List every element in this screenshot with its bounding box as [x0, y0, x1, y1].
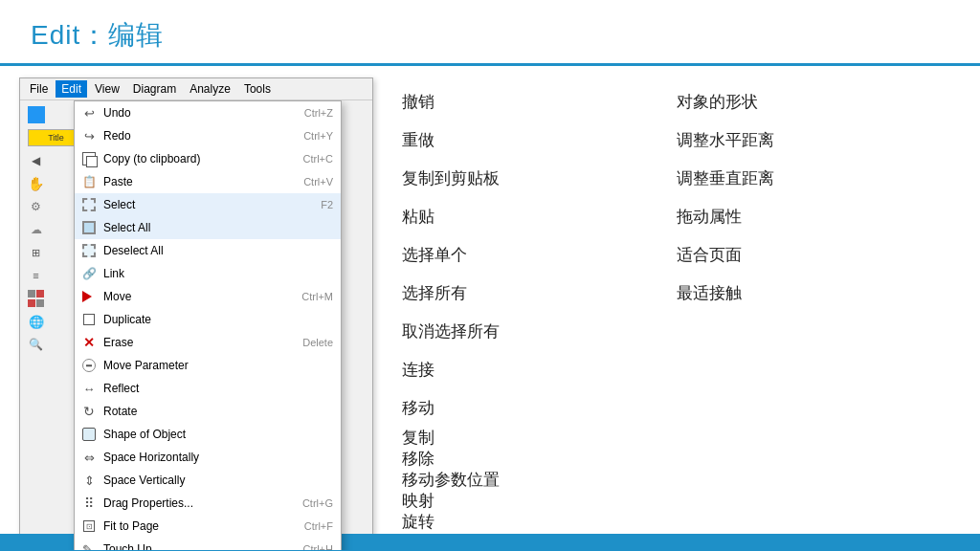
menu-undo[interactable]: Undo Ctrl+Z: [75, 101, 341, 124]
exp-rotate: 旋转: [402, 512, 677, 533]
main-content: File Edit View Diagram Analyze Tools Ti: [0, 66, 980, 533]
page-title: Edit：编辑: [31, 17, 949, 54]
menu-move[interactable]: Move Ctrl+M: [75, 285, 341, 308]
menu-redo[interactable]: Redo Ctrl+Y: [75, 124, 341, 147]
exp-spacehoriz: 调整水平距离: [677, 130, 951, 151]
exp-selectall: 选择所有: [402, 283, 677, 304]
link-icon: [80, 265, 98, 282]
menu-rotate[interactable]: Rotate: [75, 400, 341, 423]
exp-dragprops: 拖动属性: [677, 207, 951, 228]
reflect-icon: [80, 380, 98, 397]
erase-icon: [80, 334, 98, 351]
menu-deselectall[interactable]: Deselect All: [75, 239, 341, 262]
fitpage-icon: ⊡: [80, 518, 98, 535]
menu-paste[interactable]: Paste Ctrl+V: [75, 170, 341, 193]
exp-shapeobj: 对象的形状: [677, 92, 951, 113]
select-icon: [80, 196, 98, 213]
exp-move: 移动: [402, 398, 677, 419]
menu-copy[interactable]: Copy (to clipboard) Ctrl+C: [75, 147, 341, 170]
touchup-icon: [80, 540, 98, 550]
menu-analyze[interactable]: Analyze: [184, 80, 236, 98]
menu-spacevert[interactable]: Space Vertically: [75, 469, 341, 492]
menu-dragprops[interactable]: Drag Properties... Ctrl+G: [75, 492, 341, 515]
menu-view[interactable]: View: [89, 80, 125, 98]
left-panel: File Edit View Diagram Analyze Tools Ti: [0, 66, 373, 533]
exp-fitpage: 适合页面: [677, 245, 951, 266]
paste-icon: [80, 173, 98, 190]
spacehoriz-icon: [80, 449, 98, 466]
shapeobj-icon: [80, 426, 98, 443]
exp-copy: 复制到剪贴板: [402, 168, 677, 189]
menu-reflect[interactable]: Reflect: [75, 377, 341, 400]
menu-fitpage[interactable]: ⊡ Fit to Page Ctrl+F: [75, 515, 341, 538]
menu-shapeobj[interactable]: Shape of Object: [75, 423, 341, 446]
exp-link: 连接: [402, 360, 677, 381]
menu-touchup[interactable]: Touch Up Ctrl+H: [75, 538, 341, 550]
menu-duplicate[interactable]: Duplicate: [75, 308, 341, 331]
menu-moveparam[interactable]: Move Parameter: [75, 354, 341, 377]
exp-paste: 粘贴: [402, 207, 677, 228]
exp-deselectall: 取消选择所有: [402, 321, 677, 342]
exp-erase: 移除: [402, 449, 677, 470]
right-panel: 撤销 对象的形状 重做 调整水平距离 复制到剪贴板 调整垂直距离 粘贴 拖动属性…: [373, 66, 980, 533]
deselect-icon: [80, 242, 98, 259]
exp-moveparam: 移动参数位置: [402, 470, 677, 491]
menu-file[interactable]: File: [24, 80, 54, 98]
exp-select: 选择单个: [402, 245, 677, 266]
menu-erase[interactable]: Erase Delete: [75, 331, 341, 354]
moveparam-icon: [80, 357, 98, 374]
menu-link[interactable]: Link: [75, 262, 341, 285]
menu-tools[interactable]: Tools: [238, 80, 277, 98]
exp-duplicate: 复制: [402, 428, 677, 449]
exp-touchup: 最适接触: [677, 283, 951, 304]
menu-diagram[interactable]: Diagram: [127, 80, 182, 98]
copy-icon: [80, 150, 98, 167]
duplicate-icon: [80, 311, 98, 328]
move-icon: [80, 288, 98, 305]
exp-redo: 重做: [402, 130, 677, 151]
exp-spacevert: 调整垂直距离: [677, 168, 951, 189]
page-header: Edit：编辑: [0, 0, 980, 66]
spacevert-icon: [80, 472, 98, 489]
menu-spacehoriz[interactable]: Space Horizontally: [75, 446, 341, 469]
rotate-icon: [80, 403, 98, 420]
undo-icon: [80, 104, 98, 121]
app-window: File Edit View Diagram Analyze Tools Ti: [19, 77, 373, 551]
exp-undo: 撤销: [402, 92, 677, 113]
selectall-icon: [80, 219, 98, 236]
menu-bar: File Edit View Diagram Analyze Tools: [20, 78, 372, 100]
exp-reflect: 映射: [402, 491, 677, 512]
menu-select[interactable]: Select F2: [75, 193, 341, 216]
edit-dropdown-menu: Undo Ctrl+Z Redo Ctrl+Y Copy (to clipboa…: [74, 100, 342, 550]
menu-selectall[interactable]: Select All: [75, 216, 341, 239]
app-body: Title ◀ ✋ ⚙ ☁: [20, 100, 372, 550]
redo-icon: [80, 127, 98, 144]
menu-edit[interactable]: Edit: [56, 80, 87, 98]
drag-icon: [80, 495, 98, 512]
